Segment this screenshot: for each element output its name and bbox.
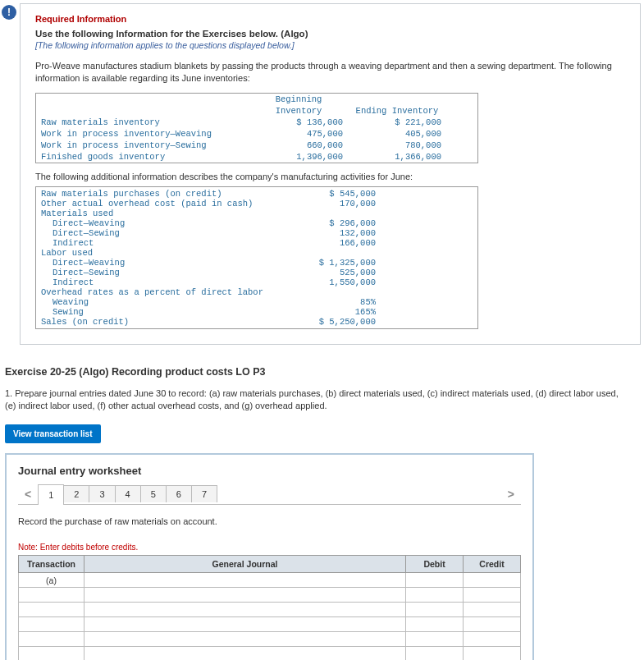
tab-1[interactable]: 1 [38, 484, 64, 505]
act-row-val: 132,000 [282, 228, 381, 238]
credit-cell[interactable] [464, 603, 521, 617]
intro-paragraph: Pro-Weave manufactures stadium blankets … [35, 60, 625, 85]
chevron-right-icon[interactable]: > [501, 488, 521, 501]
debits-before-credits-note: Note: Enter debits before credits. [18, 543, 521, 552]
act-row-val: $ 5,250,000 [282, 317, 381, 327]
act-row-val: 170,000 [282, 199, 381, 209]
inv-row-val: 1,366,000 [348, 151, 446, 163]
inv-row-val: 475,000 [249, 128, 348, 140]
act-row-label: Labor used [36, 248, 282, 258]
act-row-label: Sewing [36, 307, 282, 317]
tab-4[interactable]: 4 [115, 485, 141, 502]
act-row-label: Other actual overhead cost (paid in cash… [36, 199, 282, 209]
account-cell[interactable] [84, 573, 406, 588]
applies-note: [The following information applies to th… [35, 40, 625, 50]
act-row-val: $ 1,325,000 [282, 258, 381, 268]
inv-row-label: Work in process inventory—Weaving [36, 128, 249, 140]
tab-5[interactable]: 5 [140, 485, 167, 502]
act-row-label: Overhead rates as a percent of direct la… [36, 287, 282, 297]
inv-row-label: Raw materials inventory [36, 117, 249, 128]
inv-row-label: Work in process inventory—Sewing [36, 140, 249, 151]
act-row-val: 166,000 [282, 238, 381, 248]
act-row-label: Indirect [36, 277, 282, 287]
entry-instruction: Record the purchase of raw materials on … [18, 516, 521, 526]
act-row-val: 165% [282, 307, 381, 317]
inv-row-val: 405,000 [348, 128, 446, 140]
worksheet-title: Journal entry worksheet [18, 465, 521, 477]
required-header: Required Information [35, 14, 625, 24]
worksheet-tabs: < 1 2 3 4 5 6 7 > [18, 484, 521, 505]
general-journal-table: Transaction General Journal Debit Credit… [18, 555, 521, 660]
credit-cell[interactable] [464, 632, 521, 647]
col-header-beginning-a: Beginning [249, 94, 348, 105]
debit-cell[interactable] [406, 647, 464, 660]
view-transaction-list-button[interactable]: View transaction list [5, 424, 101, 443]
act-row-val [282, 248, 381, 258]
inv-row-val: $ 221,000 [348, 117, 446, 128]
col-header-ending: Ending Inventory [348, 105, 446, 117]
inv-row-val: 660,000 [249, 140, 348, 151]
act-row-label: Sales (on credit) [36, 317, 282, 327]
question-text: 1. Prepare journal entries dated June 30… [5, 387, 628, 412]
account-cell[interactable] [84, 603, 406, 617]
transaction-label: (a) [19, 573, 84, 588]
act-row-val: 85% [282, 297, 381, 307]
act-row-label: Direct—Sewing [36, 228, 282, 238]
account-cell[interactable] [84, 632, 406, 647]
debit-cell[interactable] [406, 588, 464, 603]
act-row-val [282, 287, 381, 297]
info-badge-icon: ! [2, 5, 16, 20]
act-row-label: Direct—Sewing [36, 268, 282, 277]
inv-row-val: $ 136,000 [249, 117, 348, 128]
act-row-val: 525,000 [282, 268, 381, 277]
col-header-transaction: Transaction [19, 556, 84, 573]
debit-cell[interactable] [406, 573, 464, 588]
inv-row-val: 1,396,000 [249, 151, 348, 163]
exercise-title: Exercise 20-25 (Algo) Recording product … [5, 366, 644, 378]
credit-cell[interactable] [464, 647, 521, 660]
inv-row-val: 780,000 [348, 140, 446, 151]
tab-7[interactable]: 7 [191, 485, 217, 502]
act-row-label: Direct—Weaving [36, 258, 282, 268]
debit-cell[interactable] [406, 603, 464, 617]
act-row-val: $ 545,000 [282, 189, 381, 199]
credit-cell[interactable] [464, 573, 521, 588]
account-cell[interactable] [84, 617, 406, 632]
act-row-label: Indirect [36, 238, 282, 248]
col-header-debit: Debit [406, 556, 464, 573]
chevron-left-icon[interactable]: < [18, 488, 38, 501]
use-info-header: Use the following Information for the Ex… [35, 29, 625, 39]
credit-cell[interactable] [464, 588, 521, 603]
act-row-val: $ 296,000 [282, 218, 381, 228]
col-header-beginning-b: Inventory [249, 105, 348, 117]
activities-table: Raw materials purchases (on credit)$ 545… [35, 186, 478, 329]
act-row-label: Raw materials purchases (on credit) [36, 189, 282, 199]
journal-worksheet-panel: Journal entry worksheet < 1 2 3 4 5 6 7 … [5, 453, 534, 660]
debit-cell[interactable] [406, 617, 464, 632]
col-header-general-journal: General Journal [84, 556, 406, 573]
tab-6[interactable]: 6 [166, 485, 192, 502]
col-header-credit: Credit [464, 556, 521, 573]
tab-2[interactable]: 2 [63, 485, 89, 502]
credit-cell[interactable] [464, 617, 521, 632]
account-cell[interactable] [84, 647, 406, 660]
act-row-label: Direct—Weaving [36, 218, 282, 228]
account-cell[interactable] [84, 588, 406, 603]
additional-info-text: The following additional information des… [35, 172, 625, 181]
tab-3[interactable]: 3 [89, 485, 115, 502]
debit-cell[interactable] [406, 632, 464, 647]
act-row-label: Weaving [36, 297, 282, 307]
act-row-val: 1,550,000 [282, 277, 381, 287]
act-row-val [282, 209, 381, 218]
inventory-table: Beginning Inventory Ending Inventory Raw… [35, 93, 478, 163]
act-row-label: Materials used [36, 209, 282, 218]
inv-row-label: Finished goods inventory [36, 151, 249, 163]
